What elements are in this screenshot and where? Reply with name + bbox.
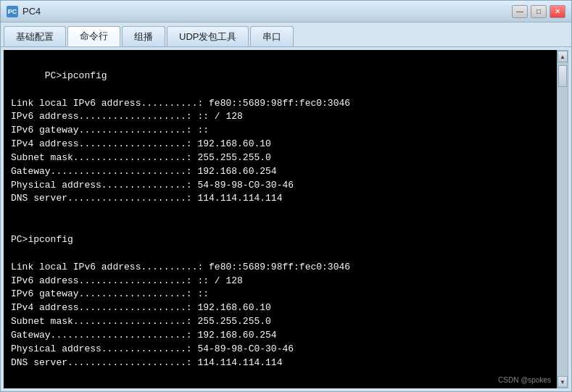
tab-serial[interactable]: 串口 [250,26,294,46]
minimize-button[interactable]: — [512,5,528,18]
tab-basic-config[interactable]: 基础配置 [4,26,66,46]
title-bar: PC PC4 — □ ✕ [1,1,571,22]
window: PC PC4 — □ ✕ 基础配置 命令行 组播 UDP发包工具 串口 PC>i… [0,0,572,392]
close-button[interactable]: ✕ [550,5,565,18]
restore-button[interactable]: □ [531,5,547,18]
window-icon: PC [7,6,18,17]
content-area: PC>ipconfig Link local IPv6 address.....… [1,47,571,391]
scroll-up-button[interactable]: ▲ [558,51,568,62]
tab-command-line[interactable]: 命令行 [67,26,120,46]
tab-udp-tool[interactable]: UDP发包工具 [167,26,249,46]
tab-multicast[interactable]: 组播 [122,26,165,46]
scrollbar[interactable]: ▲ ▼ [557,50,568,388]
watermark: CSDN @spokes [498,375,551,386]
terminal[interactable]: PC>ipconfig Link local IPv6 address.....… [4,50,557,388]
tab-bar: 基础配置 命令行 组播 UDP发包工具 串口 [1,22,571,47]
scroll-thumb[interactable] [558,65,567,87]
scroll-track[interactable] [558,62,568,376]
window-controls: — □ ✕ [512,5,565,18]
scroll-down-button[interactable]: ▼ [558,376,568,388]
terminal-content: PC>ipconfig Link local IPv6 address.....… [11,70,350,388]
window-title: PC4 [22,6,41,17]
